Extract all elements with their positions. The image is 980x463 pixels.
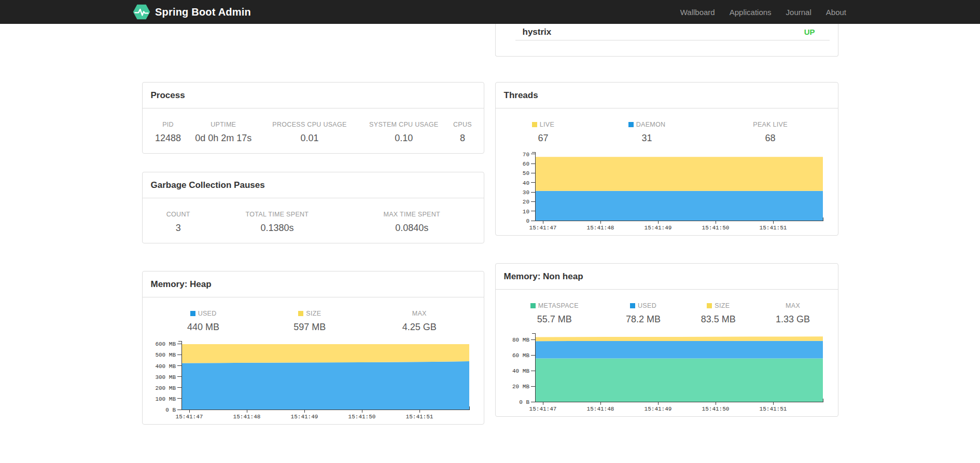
y-tick-label: 30 [522, 189, 529, 196]
memory-heap-card-body: USEDSIZEMAX440 MB597 MB4.25 GB 0 B100 MB… [143, 297, 484, 424]
metric-label-daemon: DAEMON [583, 119, 710, 130]
legend-swatch-icon [707, 303, 712, 308]
metric-label-max: MAX [363, 308, 476, 319]
y-tick-label: 60 [522, 161, 529, 167]
metrics-label-row: LIVEDAEMONPEAK LIVE [503, 119, 830, 130]
memory-heap-metrics-table: USEDSIZEMAX440 MB597 MB4.25 GB [150, 308, 476, 338]
x-tick-label: 15:41:50 [702, 406, 729, 412]
y-tick-label: 0 B [165, 407, 176, 413]
application-status-badge: UP [804, 28, 830, 36]
brand-link[interactable]: Spring Boot Admin [133, 4, 251, 20]
metric-label-cpus: CPUS [449, 119, 475, 130]
memory-nonheap-card-body: METASPACEUSEDSIZEMAX55.7 MB78.2 MB83.5 M… [496, 290, 838, 416]
metric-value-max: 4.25 GB [363, 319, 476, 338]
x-tick-label: 15:41:51 [759, 225, 787, 231]
x-tick-label: 15:41:47 [529, 406, 556, 412]
area-series-used [181, 361, 469, 410]
y-tick-label: 60 MB [512, 352, 529, 359]
area-series-live [535, 157, 823, 191]
nav-item-journal: Journal [779, 8, 819, 17]
x-tick-label: 15:41:50 [348, 414, 375, 420]
nav-link-about[interactable]: About [819, 8, 847, 17]
y-tick-label: 70 [522, 152, 529, 158]
x-tick-label: 15:41:49 [290, 414, 318, 420]
threads-metrics-table: LIVEDAEMONPEAK LIVE673168 [503, 119, 830, 149]
area-series-daemon [535, 191, 823, 221]
y-tick-label: 40 MB [512, 368, 529, 374]
memory-heap-card: Memory: Heap USEDSIZEMAX440 MB597 MB4.25… [142, 271, 484, 425]
gc-card: Garbage Collection Pauses COUNTTOTAL TIM… [142, 172, 484, 243]
nav-item-about: About [819, 8, 847, 17]
memory-heap-card-title: Memory: Heap [143, 271, 484, 297]
metric-label-live: LIVE [503, 119, 583, 130]
y-tick-label: 0 [526, 218, 529, 224]
y-tick-label: 200 MB [155, 385, 176, 391]
metric-value-used: 78.2 MB [606, 311, 681, 330]
metric-label-max-time-spent: MAX TIME SPENT [348, 209, 476, 220]
process-card: Process PIDUPTIMEPROCESS CPU USAGESYSTEM… [142, 82, 484, 154]
metrics-value-row: 124880d 0h 2m 17s0.010.108 [150, 130, 476, 149]
y-tick-label: 80 MB [512, 337, 529, 343]
navbar-inner: Spring Boot Admin WallboardApplicationsJ… [133, 4, 847, 20]
legend-swatch-icon [532, 122, 537, 127]
metrics-value-row: 30.1380s0.0840s [150, 220, 476, 239]
nav-links: WallboardApplicationsJournalAbout [673, 8, 847, 17]
process-metrics-table: PIDUPTIMEPROCESS CPU USAGESYSTEM CPU USA… [150, 119, 476, 149]
x-tick-label: 15:41:48 [233, 414, 260, 420]
y-tick-label: 50 [522, 170, 529, 176]
y-tick-label: 20 MB [512, 384, 529, 390]
y-tick-label: 20 [522, 199, 529, 205]
y-tick-label: 300 MB [155, 374, 176, 380]
gc-card-title: Garbage Collection Pauses [143, 172, 484, 198]
gc-card-body: COUNTTOTAL TIME SPENTMAX TIME SPENT30.13… [143, 198, 484, 243]
main-content: Process PIDUPTIMEPROCESS CPU USAGESYSTEM… [142, 24, 838, 425]
metric-value-process-cpu-usage: 0.01 [261, 130, 358, 149]
application-status-card: hystrix UP [495, 24, 838, 57]
metric-label-used: USED [606, 300, 681, 311]
legend-swatch-icon [628, 122, 634, 127]
metric-value-max-time-spent: 0.0840s [348, 220, 476, 239]
x-tick-label: 15:41:50 [702, 225, 729, 231]
brand-logo-icon [133, 4, 150, 20]
metric-value-uptime: 0d 0h 2m 17s [186, 130, 261, 149]
legend-swatch-icon [298, 311, 303, 316]
memory-nonheap-card: Memory: Non heap METASPACEUSEDSIZEMAX55.… [495, 263, 838, 417]
metric-label-size: SIZE [681, 300, 756, 311]
metrics-label-row: COUNTTOTAL TIME SPENTMAX TIME SPENT [150, 209, 476, 220]
metric-value-pid: 12488 [150, 130, 186, 149]
metric-value-live: 67 [503, 130, 583, 149]
legend-swatch-icon [190, 311, 195, 316]
x-tick-label: 15:41:48 [586, 225, 614, 231]
metric-value-size: 83.5 MB [681, 311, 756, 330]
metric-value-cpus: 8 [449, 130, 475, 149]
y-tick-label: 40 [522, 180, 529, 186]
x-tick-label: 15:41:51 [405, 414, 433, 420]
metric-value-daemon: 31 [583, 130, 710, 149]
nav-link-journal[interactable]: Journal [779, 8, 819, 17]
x-tick-label: 15:41:48 [586, 406, 614, 412]
area-series-size [535, 336, 823, 341]
metrics-value-row: 55.7 MB78.2 MB83.5 MB1.33 GB [503, 311, 830, 330]
left-column: Process PIDUPTIMEPROCESS CPU USAGESYSTEM… [142, 24, 484, 425]
metric-label-process-cpu-usage: PROCESS CPU USAGE [261, 119, 358, 130]
metric-label-pid: PID [150, 119, 186, 130]
metrics-label-row: USEDSIZEMAX [150, 308, 476, 319]
x-tick-label: 15:41:47 [529, 225, 556, 231]
metric-label-metaspace: METASPACE [503, 300, 606, 311]
application-name[interactable]: hystrix [515, 27, 552, 37]
gc-metrics-table: COUNTTOTAL TIME SPENTMAX TIME SPENT30.13… [150, 209, 476, 239]
nav-item-applications: Applications [722, 8, 779, 17]
nav-link-applications[interactable]: Applications [722, 8, 779, 17]
application-row[interactable]: hystrix UP [515, 24, 830, 40]
y-tick-label: 500 MB [155, 352, 176, 358]
metric-label-used: USED [150, 308, 257, 319]
y-tick-label: 0 B [519, 399, 529, 405]
y-tick-label: 400 MB [155, 363, 176, 370]
nav-link-wallboard[interactable]: Wallboard [673, 8, 722, 17]
metric-label-peak-live: PEAK LIVE [711, 119, 830, 130]
nav-item-wallboard: Wallboard [673, 8, 722, 17]
area-series-used [535, 341, 823, 359]
metric-value-system-cpu-usage: 0.10 [358, 130, 449, 149]
x-tick-label: 15:41:49 [644, 225, 671, 231]
brand-title: Spring Boot Admin [155, 6, 251, 18]
